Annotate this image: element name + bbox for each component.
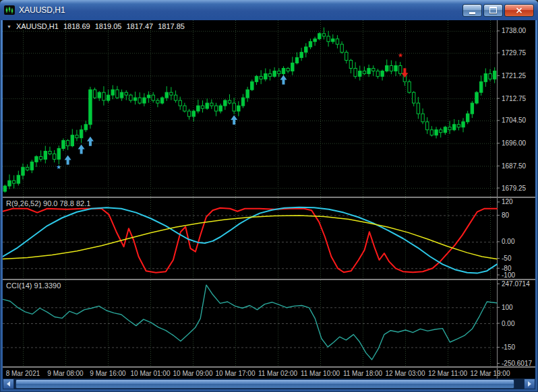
svg-text:10 Mar 17:00: 10 Mar 17:00 [216, 370, 256, 377]
svg-text:1704.50: 1704.50 [502, 117, 527, 124]
chart-ohlc-header: ▼ XAUUSD,H1 1818.69 1819.05 1817.47 1817… [7, 22, 185, 30]
svg-text:100: 100 [502, 304, 513, 311]
chevron-down-icon[interactable]: ▼ [7, 23, 11, 30]
main-price-pane: 1738.001729.751721.251712.751704.501696.… [3, 20, 535, 197]
svg-text:12 Mar 11:00: 12 Mar 11:00 [428, 370, 468, 377]
indicator1-label: R(9,26,52) 90.0 78.8 82.1 [6, 199, 90, 207]
svg-text:80: 80 [502, 211, 510, 219]
svg-text:0.00: 0.00 [502, 238, 515, 245]
svg-text:10 Mar 09:00: 10 Mar 09:00 [173, 370, 213, 377]
svg-text:-250.6017: -250.6017 [502, 360, 532, 366]
indicator1-pane: 120800.00-50-80-100 R(9,26,52) 90.0 78.8… [3, 198, 535, 279]
chart-open-value: 1818.69 [63, 22, 90, 30]
svg-text:120: 120 [502, 198, 513, 205]
svg-text:1738.00: 1738.00 [502, 27, 527, 34]
maximize-button[interactable] [483, 4, 503, 17]
svg-text:8 Mar 2021: 8 Mar 2021 [6, 370, 40, 377]
svg-text:10 Mar 01:00: 10 Mar 01:00 [131, 370, 171, 377]
svg-text:-150: -150 [502, 344, 515, 351]
svg-text:9 Mar 08:00: 9 Mar 08:00 [47, 370, 84, 377]
window-title: XAUUSD,H1 [19, 5, 65, 15]
indicator2-chart[interactable]: 247.07141000.00-150-250.6017 [3, 280, 535, 366]
svg-text:★: ★ [398, 52, 403, 59]
indicator2-label: CCI(14) 91.3390 [6, 282, 61, 290]
scrollbar-track[interactable] [14, 379, 524, 389]
minimize-button[interactable] [462, 4, 482, 17]
scroll-right-icon [528, 381, 531, 387]
scroll-right-button[interactable] [524, 379, 535, 389]
svg-text:-50: -50 [502, 255, 512, 262]
svg-text:11 Mar 02:00: 11 Mar 02:00 [258, 370, 298, 377]
svg-text:-100: -100 [502, 271, 515, 279]
chart-close-value: 1817.85 [158, 22, 185, 30]
svg-text:1712.75: 1712.75 [502, 95, 527, 102]
svg-text:11 Mar 10:00: 11 Mar 10:00 [301, 370, 340, 377]
svg-text:247.0714: 247.0714 [502, 280, 530, 288]
close-icon [516, 7, 522, 13]
chart-content: 1738.001729.751721.251712.751704.501696.… [3, 20, 535, 389]
svg-text:1729.75: 1729.75 [502, 49, 527, 57]
mt4-chart-window: XAUUSD,H1 1738.001729.751721.251712.7517… [0, 0, 538, 392]
svg-text:1721.25: 1721.25 [502, 72, 527, 79]
svg-text:1687.50: 1687.50 [502, 162, 527, 170]
svg-text:9 Mar 16:00: 9 Mar 16:00 [90, 370, 126, 377]
time-axis[interactable]: 8 Mar 20219 Mar 08:009 Mar 16:0010 Mar 0… [3, 368, 535, 379]
minimize-icon [469, 12, 475, 14]
svg-text:12 Mar 19:00: 12 Mar 19:00 [471, 370, 510, 377]
chart-symbol-period: XAUUSD,H1 [16, 22, 59, 30]
svg-text:1679.25: 1679.25 [502, 185, 527, 192]
svg-text:0.00: 0.00 [502, 320, 515, 327]
time-axis-chart: 8 Mar 20219 Mar 08:009 Mar 16:0010 Mar 0… [3, 368, 535, 379]
svg-text:1696.00: 1696.00 [502, 139, 527, 147]
svg-text:12 Mar 03:00: 12 Mar 03:00 [386, 370, 425, 377]
window-icon [4, 5, 15, 15]
indicator1-chart[interactable]: 120800.00-50-80-100 [3, 198, 535, 279]
window-controls [462, 4, 534, 17]
indicator2-pane: 247.07141000.00-150-250.6017 CCI(14) 91.… [3, 280, 535, 366]
window-titlebar[interactable]: XAUUSD,H1 [0, 0, 538, 20]
scrollbar-thumb[interactable] [16, 379, 514, 389]
svg-text:11 Mar 18:00: 11 Mar 18:00 [343, 370, 383, 377]
maximize-icon [489, 7, 497, 13]
candlestick-chart[interactable]: 1738.001729.751721.251712.751704.501696.… [3, 20, 535, 197]
scroll-left-icon [7, 381, 10, 387]
svg-text:★: ★ [56, 164, 61, 170]
horizontal-scrollbar[interactable] [3, 379, 535, 389]
close-button[interactable] [504, 4, 534, 17]
chart-high-value: 1819.05 [95, 22, 122, 30]
scroll-left-button[interactable] [3, 379, 14, 389]
chart-low-value: 1817.47 [126, 22, 153, 30]
